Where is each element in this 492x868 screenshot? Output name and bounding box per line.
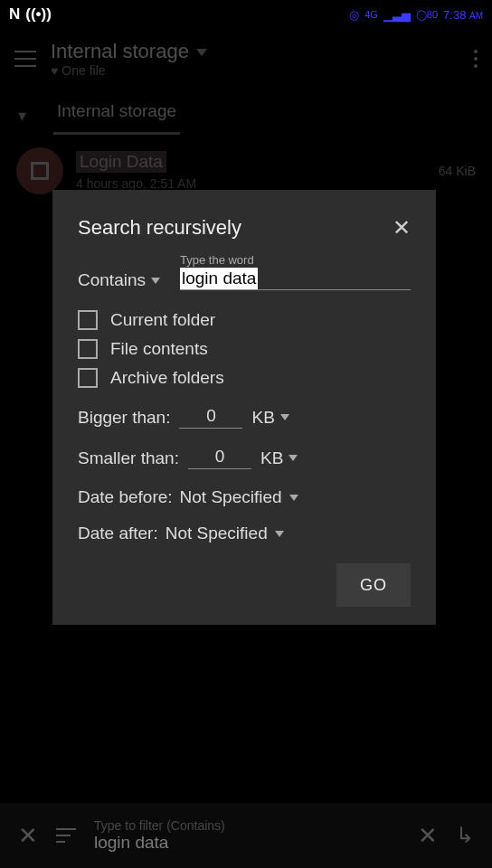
file-icon <box>16 147 63 194</box>
go-button[interactable]: GO <box>336 563 411 607</box>
filter-bar: ✕ Type to filter (Contains) login data ✕… <box>0 803 492 868</box>
filter-hint: Type to filter (Contains) <box>94 818 400 833</box>
file-size: 64 KiB <box>439 164 476 178</box>
check-current-folder[interactable]: Current folder <box>78 310 411 330</box>
chevron-down-icon[interactable] <box>196 49 207 56</box>
page-title: Internal storage <box>51 40 189 62</box>
chevron-down-icon[interactable]: ▾ <box>18 106 26 126</box>
checkbox-icon <box>78 310 98 330</box>
date-after-dropdown[interactable]: Not Specified <box>166 524 284 543</box>
heart-icon: ♥ <box>51 63 58 78</box>
checkbox-icon <box>78 368 98 388</box>
chevron-down-icon <box>151 278 160 284</box>
close-icon[interactable]: ✕ <box>393 215 411 241</box>
match-mode-dropdown[interactable]: Contains <box>78 270 160 290</box>
status-letter: N <box>9 5 20 24</box>
signal-icon: ▁▃▅ <box>383 8 411 22</box>
filter-type-icon[interactable] <box>56 828 76 843</box>
clock-time: 7:38 <box>443 8 466 22</box>
page-subtitle: One file <box>62 63 105 78</box>
bigger-than-label: Bigger than: <box>78 408 170 428</box>
submit-icon[interactable]: ↳ <box>456 823 474 848</box>
chevron-down-icon <box>280 414 289 420</box>
search-input[interactable]: Type the word login data <box>180 268 411 290</box>
smaller-than-input[interactable]: 0 <box>188 447 251 469</box>
check-label: File contents <box>110 339 208 359</box>
check-label: Archive folders <box>110 368 224 388</box>
smaller-than-label: Smaller than: <box>78 448 179 468</box>
clear-icon[interactable]: ✕ <box>418 822 438 850</box>
menu-icon[interactable] <box>14 51 36 67</box>
breadcrumb[interactable]: Internal storage <box>53 96 180 135</box>
hotspot-icon: ◎ <box>349 8 359 22</box>
unit-label: KB <box>251 408 274 428</box>
date-before-value: Not Specified <box>180 487 282 507</box>
check-file-contents[interactable]: File contents <box>78 339 411 359</box>
clock-ampm: AM <box>469 11 483 21</box>
search-dialog: Search recursively ✕ Contains Type the w… <box>52 190 436 625</box>
smaller-than-unit-dropdown[interactable]: KB <box>260 448 298 468</box>
chevron-down-icon <box>289 495 298 501</box>
battery-value: 80 <box>427 9 438 20</box>
dialog-title: Search recursively <box>78 216 241 240</box>
chevron-down-icon <box>275 531 284 537</box>
check-label: Current folder <box>110 310 215 330</box>
filter-value: login data <box>94 833 400 853</box>
unit-label: KB <box>260 448 283 468</box>
checkbox-icon <box>78 339 98 359</box>
file-meta: 4 hours ago, 2:51 AM <box>76 176 196 191</box>
chevron-down-icon <box>289 455 298 461</box>
file-name: Login Data <box>76 151 166 173</box>
date-before-label: Date before: <box>78 487 173 507</box>
date-before-dropdown[interactable]: Not Specified <box>180 487 298 507</box>
status-bar: N ((•)) ◎ 4G ▁▃▅ ◯80 7:38 AM <box>0 0 492 29</box>
match-mode-label: Contains <box>78 270 146 290</box>
broadcast-icon: ((•)) <box>25 5 52 24</box>
network-type: 4G <box>364 9 378 20</box>
date-after-label: Date after: <box>78 524 158 543</box>
overflow-icon[interactable] <box>474 50 478 68</box>
search-value: login data <box>180 268 258 290</box>
filter-input[interactable]: Type to filter (Contains) login data <box>94 818 400 853</box>
close-icon[interactable]: ✕ <box>18 822 38 850</box>
input-floating-label: Type the word <box>180 253 254 267</box>
date-after-value: Not Specified <box>166 524 268 543</box>
bigger-than-unit-dropdown[interactable]: KB <box>251 408 289 428</box>
check-archive-folders[interactable]: Archive folders <box>78 368 411 388</box>
bigger-than-input[interactable]: 0 <box>179 406 242 429</box>
